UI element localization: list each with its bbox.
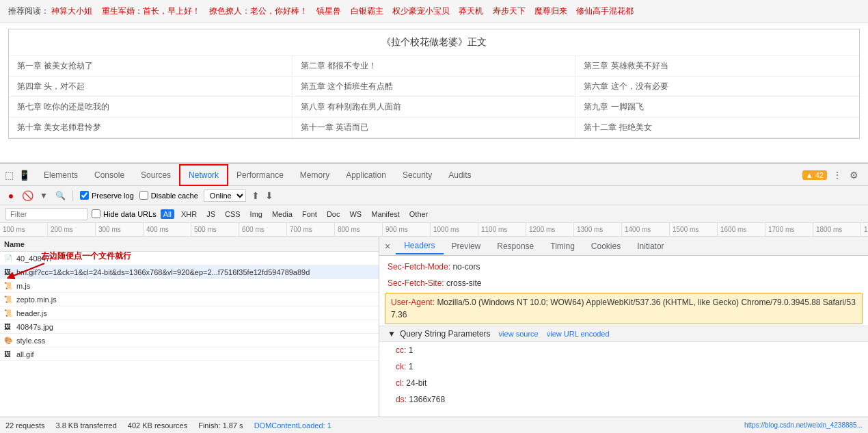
inspect-icon[interactable]: ⬚	[3, 169, 15, 181]
detail-tab-response[interactable]: Response	[489, 239, 542, 254]
rec-link-2[interactable]: 重生军婚：首长，早上好！	[102, 6, 200, 16]
import-icon[interactable]: ⬆	[252, 190, 260, 201]
tick-100: 100 ms	[0, 223, 48, 236]
tab-sources[interactable]: Sources	[133, 164, 179, 186]
filter-doc[interactable]: Doc	[324, 209, 343, 219]
export-icon[interactable]: ⬇	[265, 190, 273, 201]
chapter-9[interactable]: 第九章 一脚踢飞	[575, 97, 859, 118]
separator-1	[72, 190, 73, 201]
disable-cache-checkbox[interactable]	[139, 191, 148, 200]
throttle-select[interactable]: Online	[204, 189, 246, 202]
file-type-icon-0: 📄	[4, 254, 14, 263]
transferred-size: 3.8 KB transferred	[55, 421, 116, 430]
file-row-6[interactable]: 🎨 style.css	[0, 334, 379, 347]
network-main: Name 左边随便点一个文件就行 📄 40_40847/ 🖼 hm.gif?cc…	[0, 237, 868, 417]
disable-cache-label[interactable]: Disable cache	[139, 191, 198, 200]
rec-link-1[interactable]: 神算大小姐	[51, 6, 92, 16]
file-type-icon-3: 📜	[4, 295, 14, 304]
filter-icon[interactable]: ▼	[38, 190, 49, 201]
hide-data-urls-label[interactable]: Hide data URLs	[92, 209, 157, 218]
file-row-2[interactable]: 📜 m.js	[0, 279, 379, 293]
device-icon[interactable]: 📱	[18, 169, 30, 181]
preserve-log-label[interactable]: Preserve log	[80, 191, 134, 200]
rec-link-10[interactable]: 修仙高手混花都	[576, 6, 634, 16]
file-name-0: 40_40847/	[16, 254, 375, 263]
filter-font[interactable]: Font	[299, 209, 320, 219]
filter-css[interactable]: CSS	[222, 209, 243, 219]
article-title: 《拉个校花做老婆》正文	[9, 29, 859, 56]
chapter-1[interactable]: 第一章 被美女抢劫了	[9, 56, 293, 77]
tab-network[interactable]: Network	[179, 164, 228, 186]
filter-ws[interactable]: WS	[347, 209, 364, 219]
chapter-5[interactable]: 第五章 这个插班生有点酷	[293, 77, 576, 97]
chapter-2[interactable]: 第二章 都很不专业！	[293, 56, 576, 77]
detail-tab-preview[interactable]: Preview	[444, 239, 489, 254]
header-user-agent: User-Agent: Mozilla/5.0 (Windows NT 10.0…	[385, 293, 863, 324]
tab-console[interactable]: Console	[86, 164, 133, 186]
rec-link-8[interactable]: 寿步天下	[493, 6, 526, 16]
detail-tab-cookies[interactable]: Cookies	[583, 239, 629, 254]
rec-link-3[interactable]: 撩色撩人：老公，你好棒！	[209, 6, 308, 16]
tab-audits[interactable]: Audits	[440, 164, 479, 186]
devtools-right: ▲ 42 ⋮ ⚙	[802, 169, 860, 181]
file-row-7[interactable]: 🖼 all.gif	[0, 347, 379, 361]
filter-js[interactable]: JS	[204, 209, 218, 219]
tab-elements[interactable]: Elements	[36, 164, 86, 186]
file-row-4[interactable]: 📜 header.js	[0, 306, 379, 320]
chapter-11[interactable]: 第十一章 英语而已	[293, 118, 576, 138]
tick-1600: 1600 ms	[718, 223, 765, 236]
file-row-1[interactable]: 🖼 hm.gif?cc=1&ck=1&cl=24-bit&ds=1366x768…	[0, 265, 379, 279]
more-icon[interactable]: ⋮	[831, 169, 843, 181]
file-name-3: zepto.min.js	[16, 296, 375, 304]
dom-content-loaded-link[interactable]: DOMContentLoaded: 1	[254, 421, 331, 430]
view-url-encoded-link[interactable]: view URL encoded	[547, 330, 610, 338]
filter-input[interactable]	[5, 208, 87, 220]
settings-icon[interactable]: ⚙	[847, 169, 860, 181]
rec-link-6[interactable]: 权少豪宠小宝贝	[392, 6, 450, 16]
file-row-5[interactable]: 🖼 40847s.jpg	[0, 320, 379, 334]
devtools-panel: ⬚ 📱 Elements Console Sources Network Per…	[0, 163, 868, 433]
devtools-tab-bar: ⬚ 📱 Elements Console Sources Network Per…	[0, 164, 868, 186]
hide-data-urls-checkbox[interactable]	[92, 209, 100, 218]
tab-performance[interactable]: Performance	[228, 164, 292, 186]
chapter-grid: 第一章 被美女抢劫了 第二章 都很不专业！ 第三章 英雄救美不好当 第四章 头，…	[9, 56, 859, 138]
file-row-0[interactable]: 📄 40_40847/	[0, 252, 379, 265]
record-button[interactable]: ●	[5, 190, 16, 201]
article-box: 《拉个校花做老婆》正文 第一章 被美女抢劫了 第二章 都很不专业！ 第三章 英雄…	[8, 29, 860, 139]
chapter-3[interactable]: 第三章 英雄救美不好当	[575, 56, 859, 77]
tab-memory[interactable]: Memory	[292, 164, 338, 186]
chapter-12[interactable]: 第十二章 拒绝美女	[575, 118, 859, 138]
file-list-header: Name	[0, 237, 379, 252]
chapter-6[interactable]: 第六章 这个，没有必要	[575, 77, 859, 97]
tab-application[interactable]: Application	[338, 164, 394, 186]
filter-manifest[interactable]: Manifest	[368, 209, 403, 219]
chapter-4[interactable]: 第四章 头，对不起	[9, 77, 293, 97]
detail-tab-initiator[interactable]: Initiator	[629, 239, 672, 254]
rec-link-9[interactable]: 魔尊归来	[534, 6, 567, 16]
tab-security[interactable]: Security	[394, 164, 440, 186]
file-name-6: style.css	[16, 337, 375, 345]
chapter-8[interactable]: 第八章 有种别跑在男人面前	[293, 97, 576, 118]
detail-close-button[interactable]: ×	[379, 241, 396, 252]
filter-xhr[interactable]: XHR	[178, 209, 200, 219]
filter-media[interactable]: Media	[269, 209, 295, 219]
rec-link-7[interactable]: 莽天机	[459, 6, 483, 16]
chapter-10[interactable]: 第十章 美女老师君怜梦	[9, 118, 293, 138]
timeline-bar: 100 ms 200 ms 300 ms 400 ms 500 ms 600 m…	[0, 223, 868, 237]
preserve-log-checkbox[interactable]	[80, 191, 89, 200]
filter-other[interactable]: Other	[407, 209, 431, 219]
rec-link-4[interactable]: 镇星兽	[316, 6, 341, 16]
chapter-7[interactable]: 第七章 吃你的还是吃我的	[9, 97, 293, 118]
filter-all[interactable]: All	[161, 209, 174, 219]
file-row-3[interactable]: 📜 zepto.min.js	[0, 293, 379, 306]
view-source-link[interactable]: view source	[499, 330, 539, 338]
detail-tab-headers[interactable]: Headers	[396, 238, 443, 254]
tick-800: 800 ms	[335, 223, 383, 236]
search-icon[interactable]: 🔍	[55, 190, 66, 201]
file-type-icon-4: 📜	[4, 309, 14, 318]
tick-300: 300 ms	[96, 223, 144, 236]
rec-link-5[interactable]: 白银霸主	[351, 6, 383, 16]
stop-button[interactable]: 🚫	[22, 190, 33, 201]
filter-img[interactable]: Img	[247, 209, 265, 219]
detail-tab-timing[interactable]: Timing	[542, 239, 583, 254]
